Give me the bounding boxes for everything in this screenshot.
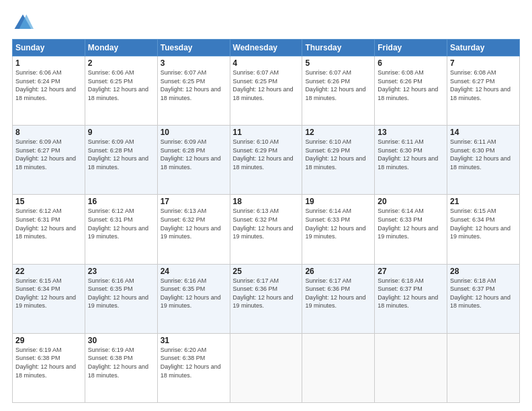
day-number: 10 [161,128,227,137]
day-header-saturday: Saturday [447,40,520,56]
calendar-cell: 20Sunrise: 6:14 AMSunset: 6:33 PMDayligh… [375,195,447,264]
day-info: Sunrise: 6:14 AMSunset: 6:33 PMDaylight:… [378,207,444,240]
calendar-cell: 16Sunrise: 6:12 AMSunset: 6:31 PMDayligh… [85,195,157,264]
day-info: Sunrise: 6:19 AMSunset: 6:38 PMDaylight:… [88,346,154,379]
day-info: Sunrise: 6:11 AMSunset: 6:30 PMDaylight:… [450,138,517,171]
calendar-cell: 13Sunrise: 6:11 AMSunset: 6:30 PMDayligh… [375,126,447,195]
day-info: Sunrise: 6:18 AMSunset: 6:37 PMDaylight:… [378,277,444,310]
day-number: 6 [378,58,444,68]
calendar-cell: 1Sunrise: 6:06 AMSunset: 6:24 PMDaylight… [13,56,85,126]
calendar-cell: 30Sunrise: 6:19 AMSunset: 6:38 PMDayligh… [85,333,157,402]
calendar-cell: 4Sunrise: 6:07 AMSunset: 6:25 PMDaylight… [230,56,302,126]
day-header-monday: Monday [85,40,157,56]
day-number: 4 [233,58,300,68]
day-header-sunday: Sunday [13,40,85,56]
calendar-cell: 28Sunrise: 6:18 AMSunset: 6:37 PMDayligh… [447,264,520,333]
calendar-week-4: 29Sunrise: 6:19 AMSunset: 6:38 PMDayligh… [13,333,520,402]
day-info: Sunrise: 6:09 AMSunset: 6:28 PMDaylight:… [88,138,154,171]
calendar-cell: 9Sunrise: 6:09 AMSunset: 6:28 PMDaylight… [85,126,157,195]
day-info: Sunrise: 6:09 AMSunset: 6:27 PMDaylight:… [15,138,82,171]
day-number: 5 [305,58,371,68]
page: SundayMondayTuesdayWednesdayThursdayFrid… [0,0,532,411]
calendar-week-3: 22Sunrise: 6:15 AMSunset: 6:34 PMDayligh… [13,264,520,333]
day-info: Sunrise: 6:15 AMSunset: 6:34 PMDaylight:… [15,277,82,310]
header [12,12,520,34]
day-number: 22 [15,267,82,276]
day-number: 9 [88,128,154,137]
day-info: Sunrise: 6:10 AMSunset: 6:29 PMDaylight:… [233,138,300,171]
day-info: Sunrise: 6:19 AMSunset: 6:38 PMDaylight:… [15,346,82,379]
day-number: 15 [15,197,82,206]
day-info: Sunrise: 6:11 AMSunset: 6:30 PMDaylight:… [378,138,444,171]
day-header-thursday: Thursday [302,40,375,56]
calendar-cell: 31Sunrise: 6:20 AMSunset: 6:38 PMDayligh… [157,333,230,402]
day-number: 18 [233,197,300,206]
day-number: 16 [88,197,154,206]
day-number: 13 [378,128,444,137]
calendar-cell: 5Sunrise: 6:07 AMSunset: 6:26 PMDaylight… [302,56,375,126]
day-number: 29 [15,336,82,345]
calendar-cell [302,333,375,402]
day-number: 23 [88,267,154,276]
calendar-week-0: 1Sunrise: 6:06 AMSunset: 6:24 PMDaylight… [13,56,520,126]
day-number: 20 [378,197,444,206]
calendar-table: SundayMondayTuesdayWednesdayThursdayFrid… [12,39,520,403]
calendar-week-1: 8Sunrise: 6:09 AMSunset: 6:27 PMDaylight… [13,126,520,195]
day-number: 21 [450,197,517,206]
day-number: 12 [305,128,371,137]
day-number: 25 [233,267,300,276]
day-info: Sunrise: 6:12 AMSunset: 6:31 PMDaylight:… [88,207,154,240]
calendar-cell [375,333,447,402]
day-info: Sunrise: 6:07 AMSunset: 6:25 PMDaylight:… [233,68,300,102]
calendar-cell: 3Sunrise: 6:07 AMSunset: 6:25 PMDaylight… [157,56,230,126]
day-info: Sunrise: 6:08 AMSunset: 6:26 PMDaylight:… [378,68,444,102]
day-number: 1 [15,58,82,68]
day-number: 19 [305,197,371,206]
day-info: Sunrise: 6:15 AMSunset: 6:34 PMDaylight:… [450,207,517,240]
calendar-cell: 26Sunrise: 6:17 AMSunset: 6:36 PMDayligh… [302,264,375,333]
day-info: Sunrise: 6:06 AMSunset: 6:25 PMDaylight:… [88,68,154,102]
day-info: Sunrise: 6:17 AMSunset: 6:36 PMDaylight:… [233,277,300,310]
day-info: Sunrise: 6:13 AMSunset: 6:32 PMDaylight:… [233,207,300,240]
day-number: 3 [161,58,227,68]
day-info: Sunrise: 6:12 AMSunset: 6:31 PMDaylight:… [15,207,82,240]
day-number: 14 [450,128,517,137]
calendar-cell: 15Sunrise: 6:12 AMSunset: 6:31 PMDayligh… [13,195,85,264]
day-info: Sunrise: 6:16 AMSunset: 6:35 PMDaylight:… [161,277,227,310]
day-info: Sunrise: 6:17 AMSunset: 6:36 PMDaylight:… [305,277,371,310]
calendar-cell: 6Sunrise: 6:08 AMSunset: 6:26 PMDaylight… [375,56,447,126]
day-number: 24 [161,267,227,276]
logo [12,12,38,34]
day-number: 26 [305,267,371,276]
calendar-week-2: 15Sunrise: 6:12 AMSunset: 6:31 PMDayligh… [13,195,520,264]
day-header-wednesday: Wednesday [230,40,302,56]
day-info: Sunrise: 6:06 AMSunset: 6:24 PMDaylight:… [15,68,82,102]
day-info: Sunrise: 6:20 AMSunset: 6:38 PMDaylight:… [161,346,227,379]
day-info: Sunrise: 6:07 AMSunset: 6:25 PMDaylight:… [161,68,227,102]
day-number: 31 [161,336,227,345]
day-number: 8 [15,128,82,137]
calendar-cell: 2Sunrise: 6:06 AMSunset: 6:25 PMDaylight… [85,56,157,126]
day-number: 7 [450,58,517,68]
day-info: Sunrise: 6:07 AMSunset: 6:26 PMDaylight:… [305,68,371,102]
day-number: 17 [161,197,227,206]
calendar-cell [230,333,302,402]
calendar-cell: 10Sunrise: 6:09 AMSunset: 6:28 PMDayligh… [157,126,230,195]
calendar-cell: 29Sunrise: 6:19 AMSunset: 6:38 PMDayligh… [13,333,85,402]
calendar-cell: 21Sunrise: 6:15 AMSunset: 6:34 PMDayligh… [447,195,520,264]
day-info: Sunrise: 6:16 AMSunset: 6:35 PMDaylight:… [88,277,154,310]
day-number: 2 [88,58,154,68]
calendar-cell: 7Sunrise: 6:08 AMSunset: 6:27 PMDaylight… [447,56,520,126]
calendar-cell: 22Sunrise: 6:15 AMSunset: 6:34 PMDayligh… [13,264,85,333]
day-number: 28 [450,267,517,276]
calendar-cell: 18Sunrise: 6:13 AMSunset: 6:32 PMDayligh… [230,195,302,264]
day-info: Sunrise: 6:08 AMSunset: 6:27 PMDaylight:… [450,68,517,102]
day-info: Sunrise: 6:14 AMSunset: 6:33 PMDaylight:… [305,207,371,240]
calendar-cell: 27Sunrise: 6:18 AMSunset: 6:37 PMDayligh… [375,264,447,333]
calendar-header-row: SundayMondayTuesdayWednesdayThursdayFrid… [13,40,520,56]
calendar-cell: 12Sunrise: 6:10 AMSunset: 6:29 PMDayligh… [302,126,375,195]
calendar-cell: 14Sunrise: 6:11 AMSunset: 6:30 PMDayligh… [447,126,520,195]
calendar-cell: 17Sunrise: 6:13 AMSunset: 6:32 PMDayligh… [157,195,230,264]
calendar-cell: 19Sunrise: 6:14 AMSunset: 6:33 PMDayligh… [302,195,375,264]
day-number: 30 [88,336,154,345]
